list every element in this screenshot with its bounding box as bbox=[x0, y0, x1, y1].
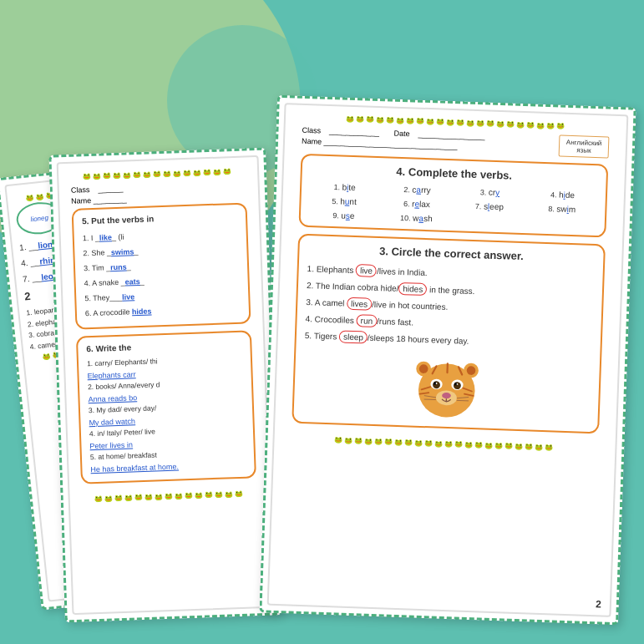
worksheet-card-main: 🐸🐸🐸🐸🐸🐸🐸🐸🐸🐸🐸🐸🐸🐸🐸🐸🐸🐸🐸🐸🐸🐸 Class ___________… bbox=[259, 95, 636, 626]
section4-title: 4. Complete the verbs. bbox=[311, 162, 598, 185]
circle-answer-list: 1. Elephants live/lives in India. 2. The… bbox=[305, 261, 595, 353]
worksheet-card-mid: 🐸🐸🐸🐸🐸🐸🐸🐸🐸🐸🐸🐸🐸🐸🐸 Class ______ Name ______… bbox=[48, 148, 281, 623]
section3-box: 3. Circle the correct answer. 1. Elephan… bbox=[292, 234, 606, 434]
verb-10: 10. wash bbox=[382, 212, 451, 224]
verb-1: 1. bite bbox=[310, 181, 379, 193]
class-label-mid: Class bbox=[71, 185, 90, 195]
verb-2: 2. carry bbox=[383, 184, 452, 195]
russian-badge: Английскийязык bbox=[559, 134, 610, 158]
animal-num-1: 1. __ bbox=[19, 241, 38, 252]
verb-6: 6. relax bbox=[382, 198, 451, 210]
name-label: Name bbox=[302, 137, 322, 146]
section3-title: 3. Circle the correct answer. bbox=[307, 242, 595, 265]
section4-box: 4. Complete the verbs. 1. bite 2. carry … bbox=[298, 154, 608, 238]
verb-3: 3. cry bbox=[455, 186, 525, 198]
verb-8: 8. swim bbox=[527, 203, 596, 215]
verb-sentences-list: 1. I _like_ (li 2. She _swims_ 3. Tim _r… bbox=[82, 226, 241, 321]
logo-text: lioneg bbox=[30, 214, 48, 223]
tiger-svg bbox=[408, 352, 486, 421]
verb-9: 9. use bbox=[309, 210, 378, 221]
date-label: Date bbox=[393, 129, 409, 139]
tiger-illustration bbox=[302, 348, 592, 425]
write-sentences-list: 1. carry/ Elephants/ thiElephants carr 2… bbox=[87, 353, 246, 475]
animal-answer-1: lion bbox=[38, 240, 53, 251]
section5-title: 5. Put the verbs in bbox=[82, 211, 237, 226]
class-label: Class bbox=[302, 126, 321, 135]
section6-title: 6. Write the bbox=[86, 339, 241, 353]
animal-num-7: 7. __ bbox=[23, 272, 42, 283]
section6-box: 6. Write the 1. carry/ Elephants/ thiEle… bbox=[76, 330, 256, 484]
verb-5: 5. hunt bbox=[309, 195, 378, 207]
main-card-header: Class ____________ Date ________________… bbox=[302, 126, 610, 160]
section5-box: 5. Put the verbs in 1. I _like_ (li 2. S… bbox=[72, 202, 251, 329]
verb-completion-grid: 1. bite 2. carry 3. cry 4. hide 5. hunt bbox=[309, 181, 597, 229]
animal-num-4: 4. __ bbox=[21, 257, 40, 268]
verb-4: 4. hide bbox=[528, 189, 597, 200]
header-lines: Class ____________ Date ________________… bbox=[302, 126, 560, 158]
verb-7: 7. sleep bbox=[454, 200, 524, 212]
page-number: 2 bbox=[596, 598, 601, 610]
